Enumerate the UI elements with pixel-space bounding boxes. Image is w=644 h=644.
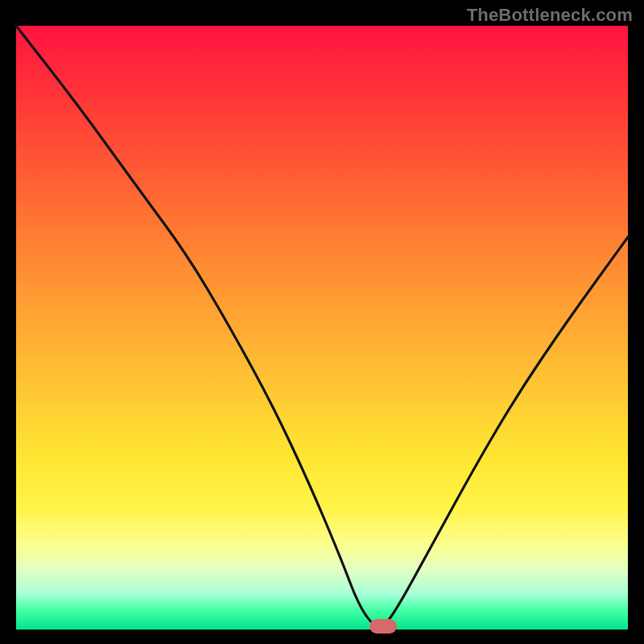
bottleneck-curve-path bbox=[16, 26, 628, 626]
bottleneck-curve bbox=[16, 26, 628, 630]
minimum-marker bbox=[369, 619, 397, 634]
chart-frame: TheBottleneck.com bbox=[0, 0, 644, 644]
plot-area bbox=[16, 26, 628, 630]
watermark-text: TheBottleneck.com bbox=[467, 5, 633, 26]
